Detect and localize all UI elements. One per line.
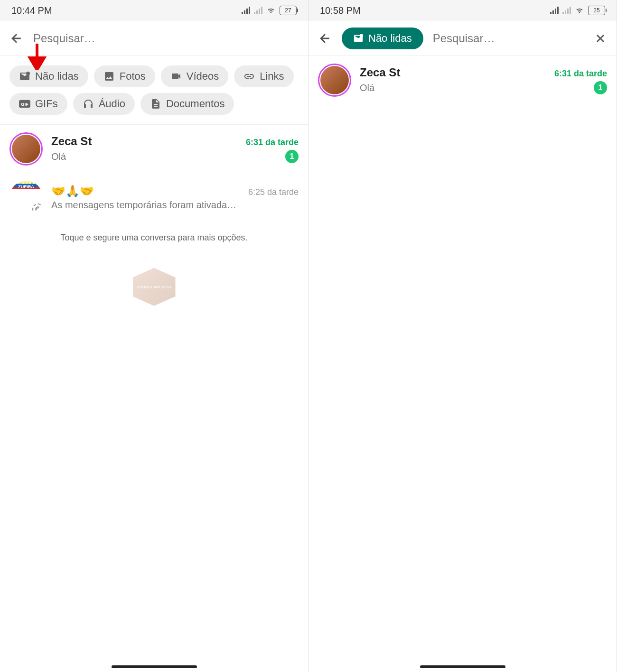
battery-icon: 27 [280, 6, 297, 15]
chat-time: 6:31 da tarde [246, 138, 299, 147]
right-phone: 10:58 PM 25 Não lidas Zeca St 6:31 da t [308, 0, 617, 672]
filter-chip-links[interactable]: Links [234, 65, 293, 87]
chat-item-zeca[interactable]: Zeca St 6:31 da tarde Olá 1 [0, 125, 308, 173]
photo-icon [103, 71, 115, 82]
chat-name: Zeca St [51, 135, 92, 148]
close-button[interactable] [594, 32, 607, 45]
chat-name: 🤝🙏🤝 [51, 184, 94, 198]
filter-chip-gifs[interactable]: GIF GIFs [9, 93, 67, 115]
search-input[interactable] [433, 32, 584, 45]
chat-content: Zeca St 6:31 da tarde Olá 1 [51, 135, 299, 163]
hint-text: Toque e segure uma conversa para mais op… [0, 221, 308, 254]
filter-chip-documents[interactable]: Documentos [140, 93, 234, 115]
svg-point-0 [26, 72, 30, 75]
search-bar: Não lidas [308, 21, 617, 56]
nav-handle[interactable] [420, 665, 505, 668]
avatar[interactable] [9, 132, 43, 166]
signal-icon-2 [562, 7, 571, 14]
chat-content: Zeca St 6:31 da tarde Olá 1 [360, 66, 607, 94]
timer-badge-icon [32, 203, 43, 214]
svg-point-3 [360, 34, 363, 37]
headphones-icon [83, 98, 94, 110]
unread-badge: 1 [285, 150, 299, 163]
back-button[interactable] [318, 31, 332, 46]
signal-icon-1 [242, 7, 250, 14]
chat-list: Zeca St 6:31 da tarde Olá 1 [308, 56, 617, 672]
unread-icon [353, 33, 364, 44]
search-input[interactable] [33, 32, 299, 45]
chat-time: 6:31 da tarde [554, 69, 607, 79]
video-icon [170, 71, 182, 82]
status-icons: 27 [242, 6, 297, 15]
signal-icon-2 [254, 7, 262, 14]
chat-time: 6:25 da tarde [248, 187, 299, 197]
status-bar: 10:44 PM 27 [0, 0, 308, 21]
filter-chip-audio[interactable]: Áudio [73, 93, 135, 115]
nav-handle[interactable] [112, 665, 197, 668]
battery-icon: 25 [588, 6, 605, 15]
active-filter-chip[interactable]: Não lidas [342, 28, 423, 49]
link-icon [243, 71, 255, 82]
signal-icon-1 [550, 7, 559, 14]
chat-message: Olá [51, 151, 66, 162]
chat-item-zeca[interactable]: Zeca St 6:31 da tarde Olá 1 [308, 56, 617, 104]
filter-chip-unread[interactable]: Não lidas [9, 65, 88, 87]
unread-badge: 1 [594, 81, 607, 94]
left-phone: 10:44 PM 27 Não lidas Fotos Vídeos [0, 0, 308, 672]
chat-message: Olá [360, 83, 374, 93]
filter-chip-photos[interactable]: Fotos [94, 65, 155, 87]
svg-text:GIF: GIF [21, 102, 28, 107]
filter-chips: Não lidas Fotos Vídeos Links GIF GIFs Áu… [0, 56, 308, 125]
status-icons: 25 [550, 6, 605, 15]
chat-message: As mensagens temporárias foram ativada… [51, 200, 236, 211]
gif-icon: GIF [19, 98, 30, 110]
avatar[interactable] [318, 64, 351, 97]
chat-item-zueira[interactable]: AMIGOS DE ZUEIRA 🤝🙏🤝 6:25 da tarde As me… [0, 173, 308, 221]
tutorial-arrow-icon [28, 44, 47, 70]
back-button[interactable] [9, 31, 24, 46]
status-time: 10:44 PM [11, 5, 52, 16]
status-bar: 10:58 PM 25 [308, 0, 617, 21]
document-icon [150, 98, 161, 110]
wifi-icon [266, 7, 276, 14]
status-time: 10:58 PM [320, 5, 361, 16]
chat-list: Zeca St 6:31 da tarde Olá 1 AMIGOS DE ZU… [0, 125, 308, 672]
unread-icon [19, 71, 30, 82]
chat-name: Zeca St [360, 66, 400, 79]
chat-content: 🤝🙏🤝 6:25 da tarde As mensagens temporári… [51, 184, 299, 211]
avatar[interactable]: AMIGOS DE ZUEIRA [9, 181, 43, 214]
filter-chip-videos[interactable]: Vídeos [161, 65, 229, 87]
wifi-icon [575, 7, 584, 14]
